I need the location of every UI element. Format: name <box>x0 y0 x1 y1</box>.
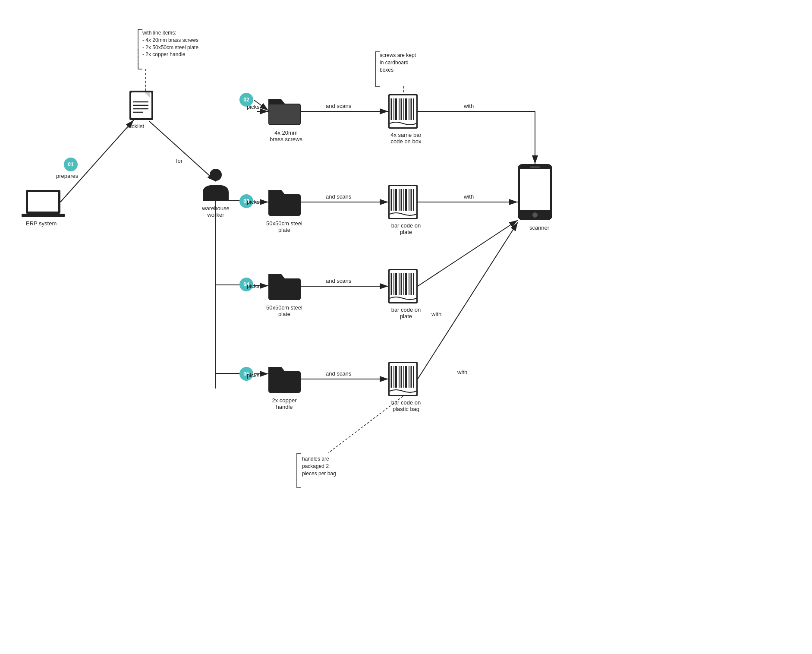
item04-label: 50x50cm steelplate <box>265 304 304 317</box>
with03-label: with <box>464 193 474 200</box>
item03-label: 50x50cm steelplate <box>265 220 304 233</box>
svg-rect-4 <box>22 214 65 217</box>
with02-label: with <box>464 103 474 109</box>
picklist-label: picklist <box>127 123 144 130</box>
svg-rect-51 <box>388 362 418 396</box>
andscans03-label: and scans <box>326 193 351 200</box>
svg-rect-3 <box>28 192 58 212</box>
handles-note: handles arepackaged 2pieces per bag <box>302 455 336 477</box>
svg-marker-7 <box>145 92 150 98</box>
svg-point-13 <box>210 169 222 181</box>
andscans05-label: and scans <box>326 370 351 377</box>
barcode02-label: 4x same barcode on box <box>387 132 425 145</box>
picks05-label: picks <box>247 372 260 379</box>
svg-marker-8 <box>145 92 150 98</box>
barcode04-label: bar code onplate <box>387 306 425 319</box>
with04-label: with <box>431 311 441 317</box>
svg-rect-2 <box>26 190 60 214</box>
svg-rect-40 <box>390 270 416 302</box>
with05-label: with <box>457 369 467 376</box>
svg-rect-64 <box>520 169 550 210</box>
andscans04-label: and scans <box>326 278 351 284</box>
line-items-note: with line items:- 4x 20mm brass screws- … <box>142 29 198 58</box>
svg-rect-5 <box>129 91 153 120</box>
svg-rect-14 <box>269 104 300 124</box>
svg-point-65 <box>532 212 538 218</box>
picks02-label: picks <box>247 104 260 110</box>
prepares-label: prepares <box>56 173 78 179</box>
worker-label: warehouseworker <box>198 205 233 218</box>
picks04-label: picks <box>247 283 260 289</box>
svg-rect-15 <box>388 94 418 129</box>
barcode05-label: bar code onplastic bag <box>387 399 425 412</box>
svg-line-87 <box>418 222 518 379</box>
svg-rect-52 <box>390 363 416 395</box>
step-badge-01: 01 <box>64 158 78 171</box>
item05-label: 2x copperhandle <box>265 397 304 410</box>
for-label: for <box>176 158 183 164</box>
erp-label: ERP system <box>26 220 57 227</box>
svg-rect-39 <box>388 269 418 303</box>
svg-rect-6 <box>131 92 151 118</box>
svg-rect-27 <box>388 185 418 219</box>
svg-rect-28 <box>390 186 416 218</box>
picks03-label: picks <box>247 199 260 205</box>
svg-line-86 <box>418 220 518 286</box>
screws-note: screws are keptin cardboardboxes <box>380 52 416 73</box>
andscans02-label: and scans <box>326 103 351 109</box>
svg-rect-16 <box>390 95 416 127</box>
svg-rect-63 <box>518 164 552 220</box>
svg-line-68 <box>149 121 216 181</box>
scanner-label: scanner <box>522 224 557 231</box>
item02-label: 4x 20mmbrass screws <box>267 130 305 142</box>
barcode03-label: bar code onplate <box>387 222 425 235</box>
